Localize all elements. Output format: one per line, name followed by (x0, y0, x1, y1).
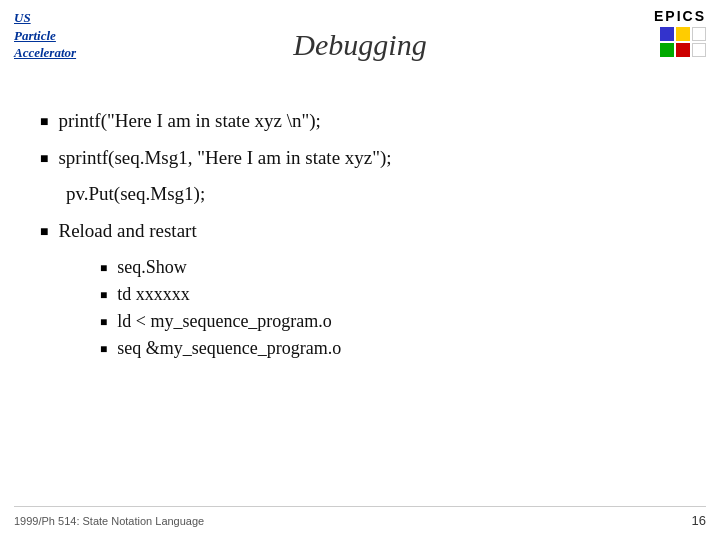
bullet-item-1: ■ printf("Here I am in state xyz \n"); (40, 108, 680, 135)
footer: 1999/Ph 514: State Notation Language 16 (14, 506, 706, 528)
bullet-text-3: Reload and restart (58, 218, 680, 245)
sub-bullet-item-3: ■ ld < my_sequence_program.o (100, 308, 680, 335)
sub-bullet-diamond-3: ■ (100, 313, 107, 331)
slide-title: Debugging (0, 28, 720, 62)
content-area: ■ printf("Here I am in state xyz \n"); ■… (40, 108, 680, 362)
bullet-diamond-3: ■ (40, 222, 48, 242)
sub-bullet-item-4: ■ seq &my_sequence_program.o (100, 335, 680, 362)
footer-page: 16 (692, 513, 706, 528)
sub-bullets: ■ seq.Show ■ td xxxxxx ■ ld < my_sequenc… (100, 254, 680, 362)
sub-bullet-text-3: ld < my_sequence_program.o (117, 308, 332, 335)
bullet-diamond-2: ■ (40, 149, 48, 169)
sub-bullet-diamond-1: ■ (100, 259, 107, 277)
bullet-item-2: ■ sprintf(seq.Msg1, "Here I am in state … (40, 145, 680, 172)
sub-bullet-text-2: td xxxxxx (117, 281, 190, 308)
sub-bullet-item-2: ■ td xxxxxx (100, 281, 680, 308)
indent-line: pv.Put(seq.Msg1); (66, 181, 680, 208)
bullet-text-2: sprintf(seq.Msg1, "Here I am in state xy… (58, 145, 680, 172)
sub-bullet-item-1: ■ seq.Show (100, 254, 680, 281)
bullet-diamond-1: ■ (40, 112, 48, 132)
footer-text: 1999/Ph 514: State Notation Language (14, 515, 204, 527)
logo-us: US (14, 10, 76, 26)
sub-bullet-text-4: seq &my_sequence_program.o (117, 335, 341, 362)
sub-bullet-diamond-4: ■ (100, 340, 107, 358)
sub-bullet-diamond-2: ■ (100, 286, 107, 304)
bullet-item-3: ■ Reload and restart (40, 218, 680, 245)
epics-label: EPICS (654, 8, 706, 24)
sub-bullet-text-1: seq.Show (117, 254, 187, 281)
bullet-text-1: printf("Here I am in state xyz \n"); (58, 108, 680, 135)
